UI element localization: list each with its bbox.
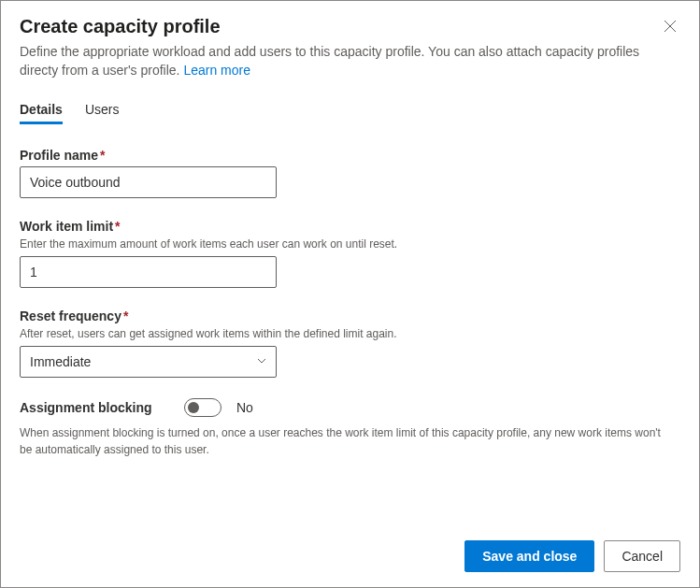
tab-users[interactable]: Users [85, 96, 120, 124]
subtitle-text: Define the appropriate workload and add … [20, 44, 639, 78]
assignment-blocking-value: No [236, 400, 253, 415]
required-marker: * [100, 148, 105, 163]
dialog-title: Create capacity profile [20, 16, 221, 37]
assignment-blocking-toggle[interactable] [184, 398, 221, 417]
dialog-subtitle: Define the appropriate workload and add … [20, 43, 674, 79]
reset-frequency-help: After reset, users can get assigned work… [20, 327, 281, 340]
required-marker: * [115, 219, 120, 234]
cancel-button[interactable]: Cancel [604, 540, 680, 572]
learn-more-link[interactable]: Learn more [183, 63, 250, 78]
work-item-limit-label-text: Work item limit [20, 219, 113, 234]
tab-details[interactable]: Details [20, 96, 63, 124]
dialog-footer: Save and close Cancel [464, 540, 680, 572]
reset-frequency-label-text: Reset frequency [20, 308, 121, 323]
work-item-limit-help: Enter the maximum amount of work items e… [20, 237, 281, 251]
assignment-blocking-label: Assignment blocking [20, 400, 169, 415]
profile-name-label-text: Profile name [20, 148, 98, 163]
assignment-blocking-help: When assignment blocking is turned on, o… [20, 424, 674, 458]
profile-name-input[interactable] [20, 166, 277, 198]
save-and-close-button[interactable]: Save and close [464, 540, 594, 572]
profile-name-label: Profile name* [20, 148, 281, 163]
toggle-knob [188, 402, 199, 413]
tabs: Details Users [20, 96, 680, 125]
close-icon[interactable] [660, 16, 680, 39]
required-marker: * [123, 308, 128, 323]
work-item-limit-label: Work item limit* [20, 219, 281, 234]
reset-frequency-select[interactable] [20, 346, 277, 378]
reset-frequency-label: Reset frequency* [20, 308, 281, 323]
work-item-limit-input[interactable] [20, 256, 277, 288]
